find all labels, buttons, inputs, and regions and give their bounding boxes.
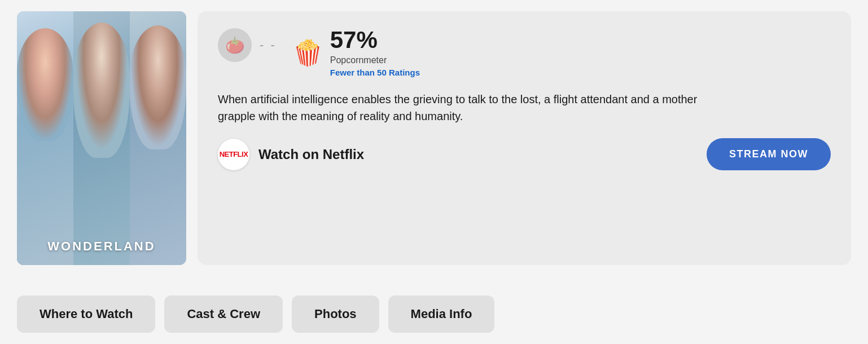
popcornmeter-section: 🍿 57% Popcornmeter Fewer than 50 Ratings bbox=[292, 28, 420, 77]
tomatometer-section: 🍅 - - bbox=[218, 28, 279, 62]
watch-row: NETFLIX Watch on Netflix STREAM NOW bbox=[218, 138, 831, 170]
where-to-watch-tab[interactable]: Where to Watch bbox=[17, 296, 155, 333]
poster-title: WONDERLAND bbox=[17, 239, 186, 254]
netflix-logo: NETFLIX bbox=[220, 150, 248, 158]
popcornmeter-sub: Fewer than 50 Ratings bbox=[330, 68, 420, 77]
popcornmeter-label: Popcornmeter bbox=[330, 55, 420, 65]
stream-now-button[interactable]: STREAM NOW bbox=[707, 138, 831, 170]
score-details: 57% Popcornmeter Fewer than 50 Ratings bbox=[330, 28, 420, 77]
poster-face-right bbox=[130, 11, 186, 265]
netflix-logo-circle: NETFLIX bbox=[218, 139, 249, 170]
movie-description: When artificial intelligence enables the… bbox=[218, 91, 726, 125]
tomato-emoji: 🍅 bbox=[225, 36, 245, 55]
popcorn-icon: 🍿 bbox=[292, 41, 323, 65]
poster-face-middle bbox=[73, 11, 130, 265]
watch-on-label: Watch on Netflix bbox=[258, 147, 364, 162]
scores-row: 🍅 - - 🍿 57% Popcornmeter Fewer than 50 R… bbox=[218, 28, 831, 77]
dash-separator: - - bbox=[260, 38, 277, 52]
media-info-tab[interactable]: Media Info bbox=[388, 296, 495, 333]
poster-faces bbox=[17, 11, 186, 265]
poster-face-left bbox=[17, 11, 73, 265]
tomatometer-icon: 🍅 bbox=[218, 28, 252, 62]
netflix-info: NETFLIX Watch on Netflix bbox=[218, 139, 364, 170]
movie-poster: WONDERLAND bbox=[17, 11, 186, 265]
popcornmeter-percent: 57% bbox=[330, 28, 420, 52]
cast-crew-tab[interactable]: Cast & Crew bbox=[164, 296, 283, 333]
main-content: WONDERLAND 🍅 - - 🍿 57% Popcornmeter Fewe… bbox=[17, 11, 851, 279]
bottom-tabs: Where to Watch Cast & Crew Photos Media … bbox=[17, 296, 851, 333]
photos-tab[interactable]: Photos bbox=[292, 296, 379, 333]
info-card: 🍅 - - 🍿 57% Popcornmeter Fewer than 50 R… bbox=[198, 11, 851, 265]
